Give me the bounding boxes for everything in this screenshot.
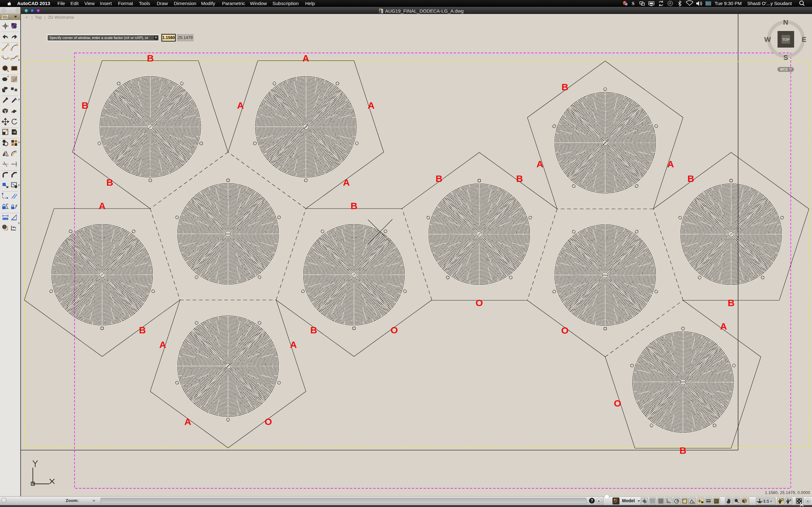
svg-text:O: O xyxy=(614,398,621,408)
svg-text:N: N xyxy=(783,18,788,26)
svg-text:S: S xyxy=(632,1,635,6)
svg-text:A: A xyxy=(720,321,727,331)
svg-text:A: A xyxy=(237,100,244,111)
svg-text:B: B xyxy=(679,445,687,456)
svg-text:O: O xyxy=(475,297,483,308)
svg-text:B: B xyxy=(687,173,694,184)
svg-text:B: B xyxy=(310,325,317,335)
svg-text:B: B xyxy=(82,100,89,111)
svg-text:B: B xyxy=(516,173,523,184)
svg-text:A: A xyxy=(537,159,543,169)
svg-text:A: A xyxy=(99,201,106,211)
svg-text:B: B xyxy=(436,173,443,184)
svg-text:A: A xyxy=(290,339,297,350)
svg-text:O: O xyxy=(391,325,398,335)
svg-text:A: A xyxy=(667,159,674,169)
svg-text:A: A xyxy=(184,416,191,427)
svg-text:B: B xyxy=(106,177,113,187)
svg-text:A: A xyxy=(159,339,166,350)
svg-text:A: A xyxy=(343,177,350,187)
svg-text:1.1580, 25.1479, 0.0000: 1.1580, 25.1479, 0.0000 xyxy=(765,491,810,495)
svg-text:B: B xyxy=(139,325,146,335)
svg-text:TOP: TOP xyxy=(782,38,790,42)
svg-text:B: B xyxy=(561,82,568,92)
svg-text:A: A xyxy=(302,53,309,63)
svg-text:B: B xyxy=(351,201,357,211)
svg-text:O: O xyxy=(264,416,272,427)
svg-text:B: B xyxy=(728,297,734,308)
svg-text:WCS: WCS xyxy=(780,67,788,71)
svg-text:W: W xyxy=(764,36,771,43)
svg-text:S: S xyxy=(783,54,788,61)
svg-text:E: E xyxy=(802,36,807,43)
svg-text:O: O xyxy=(561,325,568,336)
svg-text:B: B xyxy=(147,53,154,63)
svg-text:A: A xyxy=(368,100,374,111)
